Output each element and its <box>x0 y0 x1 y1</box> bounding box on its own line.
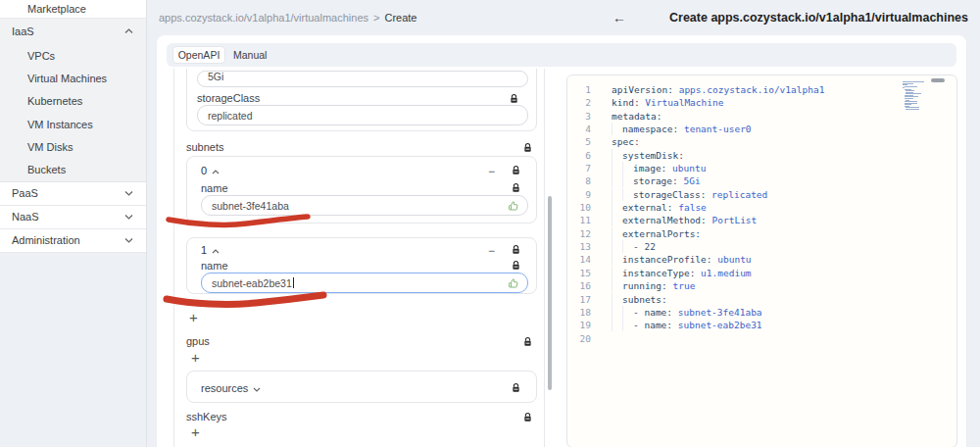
sidebar-group-label: PaaS <box>12 187 38 199</box>
subnet-name-label: name <box>201 260 228 272</box>
sidebar-group-label: NaaS <box>12 211 39 223</box>
storage-input[interactable]: 5Gi <box>197 71 528 87</box>
lock-icon[interactable] <box>512 382 520 393</box>
sidebar-item-marketplace[interactable]: Marketplace <box>0 0 146 19</box>
sidebar-group-header-administration[interactable]: Administration <box>0 229 146 253</box>
tab-label: OpenAPI <box>178 49 220 61</box>
editor-gutter: 1234567891011121314151617181920 <box>567 83 599 345</box>
subnet-name-input-1-value: subnet-eab2be31 <box>212 277 292 289</box>
form-scrollbar-thumb[interactable] <box>548 196 552 390</box>
lock-icon[interactable] <box>512 244 520 255</box>
tab-label: Manual <box>233 49 267 61</box>
gpus-label: gpus <box>186 335 210 347</box>
lock-icon[interactable] <box>523 142 532 153</box>
storageclass-label: storageClass <box>197 92 260 104</box>
sidebar: Marketplace IaaS VPCs Virtual Machines K… <box>0 0 147 447</box>
sidebar-item-label: Marketplace <box>27 3 86 15</box>
sidebar-item-label: Virtual Machines <box>27 73 107 84</box>
lock-icon[interactable] <box>523 336 532 347</box>
sidebar-item-vm-instances[interactable]: VM Instances <box>0 113 146 135</box>
tab-strip <box>167 43 956 67</box>
storageclass-input-value: replicated <box>208 110 253 122</box>
chevron-down-icon <box>124 190 133 196</box>
resources-toggle[interactable]: resources <box>201 372 261 404</box>
systemdisk-card: 5Gi storageClass replicated <box>186 69 537 131</box>
lock-icon[interactable] <box>523 412 532 422</box>
sidebar-group-header-iaas[interactable]: IaaS <box>0 19 146 44</box>
subnets-label: subnets <box>186 141 224 153</box>
subnet-item-0-card: 0 − name subnet-3fe41aba <box>186 156 537 224</box>
page-title-bar: ← Create apps.cozystack.io/v1alpha1/virt… <box>612 10 968 25</box>
resources-card: resources <box>186 371 537 403</box>
chevron-down-icon <box>253 382 261 394</box>
subnet-item-1-header[interactable]: 1 <box>201 244 220 256</box>
back-arrow-icon[interactable]: ← <box>612 10 626 25</box>
sidebar-item-virtual-machines[interactable]: Virtual Machines <box>0 67 146 89</box>
lock-icon[interactable] <box>512 182 520 193</box>
sidebar-item-buckets[interactable]: Buckets <box>0 158 146 180</box>
thumbs-up-icon <box>508 200 519 212</box>
thumbs-up-icon <box>508 277 519 289</box>
subnet-item-0-header[interactable]: 0 <box>201 165 220 176</box>
sidebar-item-vpcs[interactable]: VPCs <box>0 44 146 67</box>
subnet-name-label: name <box>201 182 228 194</box>
page: Marketplace IaaS VPCs Virtual Machines K… <box>0 0 980 447</box>
chevron-down-icon <box>124 214 133 220</box>
remove-item-button[interactable]: − <box>488 166 495 177</box>
add-sshkey-button[interactable]: + <box>191 424 200 439</box>
lock-icon[interactable] <box>512 165 520 175</box>
subnet-item-0-index: 0 <box>201 165 207 176</box>
subnet-item-1-card: 1 − name subnet-eab2be31 <box>186 237 537 294</box>
add-subnet-button[interactable]: + <box>189 310 198 324</box>
sidebar-item-kubernetes[interactable]: Kubernetes <box>0 90 146 113</box>
sidebar-item-label: VM Disks <box>27 141 73 153</box>
editor-minimap[interactable] <box>903 81 930 112</box>
breadcrumb-separator: > <box>373 12 379 24</box>
lock-icon[interactable] <box>510 93 518 104</box>
breadcrumb: apps.cozystack.io/v1alpha1/virtualmachin… <box>159 12 416 24</box>
sidebar-group-header-naas[interactable]: NaaS <box>0 206 146 229</box>
breadcrumb-current: Create <box>384 12 416 24</box>
subnet-item-1-index: 1 <box>201 244 207 256</box>
chevron-up-icon <box>124 28 133 34</box>
sidebar-item-vm-disks[interactable]: VM Disks <box>0 135 146 158</box>
sshkeys-label: sshKeys <box>186 411 227 422</box>
add-gpu-button[interactable]: + <box>191 350 200 365</box>
subnet-name-input-0-value: subnet-3fe41aba <box>212 200 289 212</box>
breadcrumb-path[interactable]: apps.cozystack.io/v1alpha1/virtualmachin… <box>159 12 368 24</box>
sidebar-group-label: Administration <box>12 234 80 246</box>
text-cursor <box>293 277 294 288</box>
subnet-name-input-0[interactable]: subnet-3fe41aba <box>201 195 528 216</box>
sidebar-item-label: VM Instances <box>27 119 93 130</box>
form-pane: 5Gi storageClass replicated subnets 0 − <box>157 69 559 447</box>
page-title: Create apps.cozystack.io/v1alpha1/virtua… <box>669 11 968 25</box>
storage-input-value: 5Gi <box>208 71 223 82</box>
storageclass-input[interactable]: replicated <box>197 105 528 125</box>
remove-item-button[interactable]: − <box>488 245 495 257</box>
chevron-up-icon <box>212 244 220 256</box>
editor-scrollbar-thumb[interactable] <box>931 78 945 82</box>
sidebar-item-label: Kubernetes <box>27 95 82 107</box>
tab-manual[interactable]: Manual <box>233 46 267 64</box>
tab-openapi[interactable]: OpenAPI <box>172 46 225 64</box>
subnet-name-input-1[interactable]: subnet-eab2be31 <box>201 273 528 293</box>
lock-icon[interactable] <box>512 260 520 271</box>
resources-label: resources <box>201 382 248 394</box>
chevron-down-icon <box>124 237 133 243</box>
sidebar-group-iaas: IaaS VPCs Virtual Machines Kubernetes VM… <box>0 19 146 182</box>
sidebar-group-header-paas[interactable]: PaaS <box>0 182 146 206</box>
chevron-up-icon <box>212 165 220 176</box>
yaml-editor[interactable]: 1234567891011121314151617181920 apiVersi… <box>566 74 957 447</box>
sidebar-item-label: VPCs <box>27 50 55 62</box>
sidebar-item-label: Buckets <box>27 164 66 175</box>
sidebar-group-label: IaaS <box>12 25 34 37</box>
code-lines: apiVersion: apps.cozystack.io/v1alpha1ki… <box>612 83 824 345</box>
